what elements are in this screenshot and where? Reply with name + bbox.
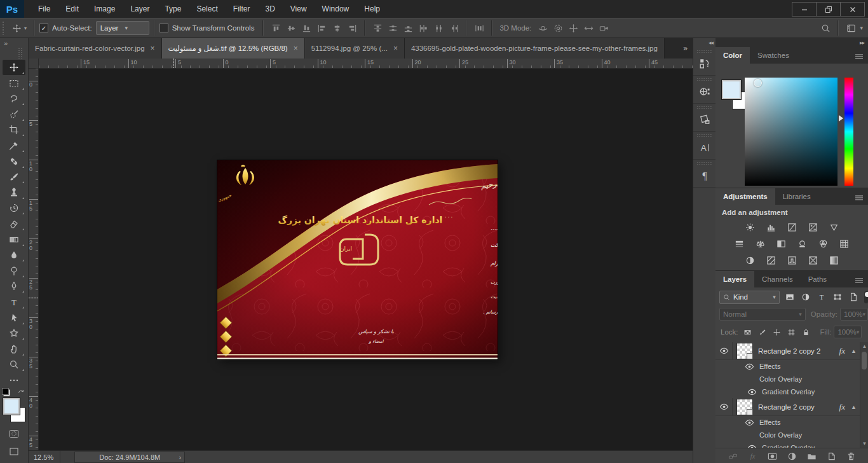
selective-color-adjustment-icon[interactable] [826,254,841,266]
layer-row[interactable]: Rectangle 2 copy 2fx▲ [715,342,868,360]
show-transform-checkbox[interactable]: ✓ [159,24,168,32]
workspace-chevron[interactable]: ▾ [860,25,863,31]
slide-3d-icon[interactable] [582,22,595,34]
menu-layer[interactable]: Layer [123,0,157,18]
tab-close-icon[interactable]: × [393,45,398,52]
layers-tab-layers[interactable]: Layers [715,271,754,287]
link-layers-icon[interactable] [727,451,738,462]
quick-selection-tool[interactable] [3,107,25,122]
opacity-field[interactable]: 100% ▾ [840,308,868,321]
blur-tool[interactable] [3,247,25,263]
ruler-corner[interactable] [29,59,39,69]
effects-eye-icon[interactable] [745,418,754,427]
hue-slider-marker[interactable] [839,115,843,121]
ellipsis-tool[interactable] [3,373,25,388]
dodge-tool[interactable] [3,263,25,279]
layer-name[interactable]: Rectangle 2 copy [758,403,815,411]
delete-layer-icon[interactable] [845,451,857,462]
hue-saturation-adjustment-icon[interactable] [732,238,747,249]
character-panel-icon[interactable]: A [693,138,716,157]
hue-slider[interactable] [844,78,853,186]
menu-select[interactable]: Select [189,0,225,18]
collapse-effects-chevron[interactable]: ▲ [851,404,857,410]
zoom-level-field[interactable]: 12.5% [29,451,60,463]
new-adjustment-icon[interactable] [786,451,797,462]
layer-style-icon[interactable]: fx [747,451,758,462]
scale-3d-icon[interactable] [597,22,610,34]
color-balance-adjustment-icon[interactable] [753,238,768,249]
color-picker-marker[interactable] [754,79,762,87]
vertical-ruler[interactable]: 051 01 52 02 53 03 54 04 5 [29,69,39,450]
scrollbar-thumb[interactable] [862,352,867,370]
panel-foreground-swatch[interactable] [722,80,741,99]
menu-view[interactable]: View [283,0,315,18]
path-selection-tool[interactable] [3,310,25,326]
document-tab-2[interactable]: شغل و مسئولیت.tif @ 12.5% (RGB/8)× [162,38,305,59]
color-lookup-adjustment-icon[interactable] [837,238,852,249]
lock-artboard-icon[interactable] [786,327,797,337]
threshold-adjustment-icon[interactable] [784,254,799,266]
zoom-tool-tool[interactable] [3,357,25,372]
layer-row[interactable]: Rectangle 2 copyfx▲ [715,398,868,416]
custom-shape-tool[interactable] [3,326,25,341]
add-mask-icon[interactable] [766,451,778,462]
lock-transparency-icon[interactable] [742,327,753,337]
new-group-icon[interactable] [806,451,817,462]
dist-top-icon[interactable] [371,22,384,34]
align-h-center-icon[interactable] [330,22,343,34]
levels-adjustment-icon[interactable] [763,221,778,233]
layers-tab-paths[interactable]: Paths [801,271,834,287]
menu-help[interactable]: Help [356,0,388,18]
fill-field[interactable]: 100% ▾ [834,326,862,338]
screen-mode-button[interactable] [3,444,25,459]
layer-filter-toggle[interactable] [864,291,868,303]
adjustments-tab-libraries[interactable]: Libraries [775,188,818,205]
dist-spacing-icon[interactable] [473,22,485,34]
lock-all-icon[interactable] [801,327,811,337]
roll-3d-icon[interactable] [552,22,564,34]
tab-close-icon[interactable]: × [151,45,155,52]
align-right-icon[interactable] [346,22,358,34]
effects-row[interactable]: Effects [715,416,868,429]
auto-select-checkbox[interactable]: ✓ [39,24,48,32]
eyedropper-tool[interactable] [3,138,25,153]
eraser-tool[interactable] [3,216,25,232]
horizontal-ruler[interactable]: 15105051015202530354045 [39,59,693,69]
layer-filter-kind-dropdown[interactable]: Kind ▾ [719,291,780,304]
marquee-tool[interactable] [3,76,25,91]
document-tab-3[interactable]: 5112994.jpg @ 25% (...× [305,38,405,59]
search-icon[interactable] [819,22,832,34]
document-certificate[interactable]: جمهوری اسلامی ایران بسم الله الرحمن الرح… [217,160,498,359]
adjustments-tab-adjustments[interactable]: Adjustments [715,188,775,205]
artboard-panel-icon[interactable] [693,110,716,129]
3d-panel-icon[interactable] [693,82,716,101]
effect-row[interactable]: Color Overlay [715,429,868,441]
dist-bottom-icon[interactable] [402,22,414,34]
dist-v-center-icon[interactable] [386,22,399,34]
saturation-brightness-field[interactable] [745,78,837,186]
menu-type[interactable]: Type [157,0,189,18]
effect-eye-icon[interactable] [747,387,757,397]
history-brush-tool[interactable] [3,200,25,216]
dist-right-icon[interactable] [447,22,460,34]
color-tab-color[interactable]: Color [715,47,750,64]
layer-name[interactable]: Rectangle 2 copy 2 [758,347,820,355]
align-bottom-icon[interactable] [300,22,313,34]
blend-mode-dropdown[interactable]: Normal ▾ [719,308,806,321]
menu-filter[interactable]: Filter [226,0,258,18]
adjustment-filter-icon[interactable] [800,291,811,303]
effects-row[interactable]: Effects [715,360,868,373]
layers-scrollbar[interactable]: ▲ ▼ [860,342,868,448]
menu-edit[interactable]: Edit [58,0,86,18]
toolbar-expand-chevron[interactable]: » [4,39,8,47]
pixel-filter-icon[interactable] [784,291,796,303]
panel-menu-icon[interactable] [854,193,864,200]
align-v-center-icon[interactable] [285,22,297,34]
auto-select-target-dropdown[interactable]: Layer ▾ [96,21,149,35]
dist-left-icon[interactable] [417,22,430,34]
hand-tool[interactable] [3,342,25,357]
curves-adjustment-icon[interactable] [784,221,799,233]
brush-tool[interactable] [3,169,25,184]
lock-position-icon[interactable] [771,327,782,337]
layer-visibility-eye-icon[interactable] [715,342,733,359]
